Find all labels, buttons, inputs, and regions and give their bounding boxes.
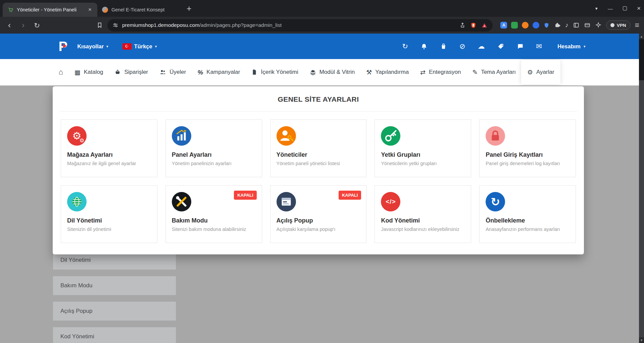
card-magaza-ayarlari[interactable]: ⚙ ⚙ Mağaza Ayarları Mağazanız ile ilgili… [61, 119, 157, 177]
nav-item-icerik-yonetimi[interactable]: İçerik Yönetimi [251, 69, 298, 76]
leo-ai-sparkle-icon[interactable] [595, 22, 602, 29]
vpn-status-icon [610, 23, 614, 27]
url-bar-actions [459, 22, 488, 29]
shield-extension-icon[interactable] [543, 22, 550, 29]
tab-close-icon[interactable]: × [87, 6, 93, 13]
forward-button[interactable]: › [18, 21, 28, 29]
reload-button[interactable]: ↻ [32, 22, 42, 29]
chat-icon[interactable] [517, 43, 524, 50]
card-acilis-popup[interactable]: KAPALI Açılış Popup Açılıştaki karşılama… [270, 185, 367, 243]
back-button[interactable]: ‹ [5, 21, 14, 29]
site-settings-icon[interactable] [112, 22, 118, 28]
browser-window: Yöneticiler - Yönetim Paneli × Genel E-T… [0, 0, 644, 343]
card-panel-giris-kayitlari[interactable]: Panel Giriş Kayıtları Panel giriş deneme… [479, 119, 576, 177]
url-path: /admin/pages.php?page=admin_list [199, 22, 282, 28]
list-item-label: Açılış Popup [60, 308, 92, 314]
language-globe-icon [67, 192, 87, 211]
nav-item-entegrasyon[interactable]: ⇄ Entegrasyon [420, 69, 461, 76]
blocked-icon[interactable]: ⊘ [459, 42, 465, 50]
brand-logo[interactable]: P [59, 40, 67, 53]
browser-menu-icon[interactable]: ≡ [635, 21, 639, 30]
maximize-button[interactable] [623, 6, 627, 10]
nav-item-home[interactable]: ⌂ [59, 68, 63, 76]
nav-item-katalog[interactable]: ▦ Katalog [75, 69, 103, 76]
card-title: Mağaza Ayarları [67, 151, 151, 158]
card-yoneticiler[interactable]: Yöneticiler Yönetim paneli yönetici list… [270, 119, 367, 177]
extensions-cluster: A [500, 22, 550, 29]
sidebar-toggle-icon[interactable] [573, 22, 580, 29]
settings-list-item[interactable]: Açılış Popup [53, 301, 176, 321]
notifications-bell-icon[interactable] [420, 43, 428, 50]
nav-item-yapilandirma[interactable]: ⚒ Yapılandırma [366, 69, 409, 76]
extensions-puzzle-icon[interactable] [554, 22, 561, 29]
store-settings-gears-icon: ⚙ ⚙ [67, 126, 87, 146]
card-kod-yonetimi[interactable]: </> Kod Yönetimi Javascript kodlarınızı … [375, 185, 471, 243]
card-title: Önbellekleme [486, 217, 569, 224]
nav-item-modul-vitrin[interactable]: Modül & Vitrin [310, 69, 355, 76]
layers-icon [310, 69, 316, 76]
card-subtitle: Panel giriş denemeleri log kayıtları [486, 161, 569, 166]
nav-item-ayarlar[interactable]: ⚙ Ayarlar [521, 60, 560, 84]
bookmark-icon[interactable] [96, 22, 103, 29]
account-dropdown[interactable]: Hesabım ▾ [557, 43, 585, 50]
card-dil-yonetimi[interactable]: Dil Yönetimi Sitenizin dil yönetimi [61, 185, 157, 243]
wrench-icon: ⚒ [366, 69, 372, 76]
mail-icon[interactable]: ✉ [536, 42, 542, 50]
scroll-up-arrow[interactable]: ▲ [639, 34, 644, 39]
new-tab-button[interactable]: + [181, 4, 197, 13]
browser-tab-active[interactable]: Yöneticiler - Yönetim Paneli × [3, 3, 97, 17]
vpn-label: VPN [617, 23, 626, 28]
media-control-icon[interactable]: ♪ [565, 21, 568, 29]
card-subtitle: Javascript kodlarınızı ekleyebilirsiniz [381, 227, 465, 232]
cloud-icon[interactable]: ☁ [478, 42, 485, 50]
share-icon[interactable] [459, 22, 465, 29]
grammar-extension-icon[interactable] [511, 22, 518, 29]
vpn-button[interactable]: VPN [606, 20, 631, 30]
page-content: Dil Yönetimi Bakım Modu Açılış Popup Kod… [0, 85, 644, 343]
card-subtitle: Anasayfanızın performans ayarları [486, 227, 569, 232]
mega-menu-title: GENEL SİTE AYARLARI [53, 86, 584, 111]
nav-label: Ayarlar [536, 69, 554, 76]
admin-header: P Kısayollar ▾ ☪ Türkçe ▾ ↻ ⊘ [0, 34, 644, 59]
scroll-down-arrow[interactable]: ▼ [639, 337, 644, 343]
nav-item-siparisler[interactable]: Siparişler [114, 69, 148, 76]
settings-list-item[interactable]: Kod Yönetimi [53, 327, 176, 343]
header-quick-icons: ↻ ⊘ ☁ ✉ [402, 42, 542, 50]
browser-tab-inactive[interactable]: Genel E-Ticaret Konsept [97, 3, 181, 17]
url-bar[interactable]: premiumshop1.demodeposu.com/admin/pages.… [107, 19, 493, 32]
card-panel-ayarlari[interactable]: Panel Ayarları Yönetim panelinizin ayarl… [165, 119, 262, 177]
settings-list-item[interactable]: Bakım Modu [53, 276, 176, 295]
language-dropdown[interactable]: ☪ Türkçe ▾ [122, 43, 157, 50]
card-subtitle: Sitenizi bakım moduna alabilirsiniz [172, 227, 256, 232]
price-tag-icon[interactable] [497, 43, 504, 50]
close-button[interactable]: × [637, 5, 641, 12]
refresh-icon[interactable]: ↻ [402, 42, 408, 50]
url-text: premiumshop1.demodeposu.com/admin/pages.… [122, 22, 282, 28]
list-item-label: Dil Yönetimi [60, 257, 91, 263]
admin-user-key-icon [277, 126, 296, 146]
tab-search-icon[interactable]: ▾ [595, 6, 598, 11]
tab-strip: Yöneticiler - Yönetim Paneli × Genel E-T… [0, 0, 644, 17]
minimize-button[interactable]: — [608, 6, 613, 11]
nav-item-tema-ayarlari[interactable]: ✎ Tema Ayarları [472, 69, 516, 76]
permissions-key-icon [381, 126, 400, 146]
brave-rewards-icon[interactable] [470, 22, 477, 29]
orders-bag-icon[interactable] [440, 43, 447, 50]
card-yetki-gruplari[interactable]: Yetki Grupları Yöneticilerin yetki grupl… [375, 119, 471, 177]
sync-arrows-icon: ⇄ [420, 69, 426, 76]
nav-item-kampanyalar[interactable]: % Kampanyalar [197, 69, 240, 76]
chevron-down-icon: ▾ [584, 44, 586, 49]
card-title: Kod Yönetimi [381, 217, 465, 224]
card-onbellekleme[interactable]: ↻ Önbellekleme Anasayfanızın performans … [479, 185, 576, 243]
wallet-icon[interactable] [584, 22, 591, 29]
translate-extension-icon[interactable]: A [500, 22, 507, 29]
extension-icon-orange[interactable] [522, 22, 529, 29]
shortcuts-dropdown[interactable]: Kısayollar ▾ [77, 43, 108, 50]
nav-label: Yapılandırma [375, 69, 409, 76]
site-warning-icon[interactable] [481, 22, 488, 29]
scrollbar-thumb[interactable] [639, 39, 644, 80]
extension-icon-blue[interactable] [533, 22, 539, 29]
card-bakim-modu[interactable]: KAPALI Bakım Modu Sitenizi bakım moduna … [165, 185, 262, 243]
nav-item-uyeler[interactable]: Üyeler [159, 69, 186, 76]
nav-label: İçerik Yönetimi [261, 69, 298, 76]
